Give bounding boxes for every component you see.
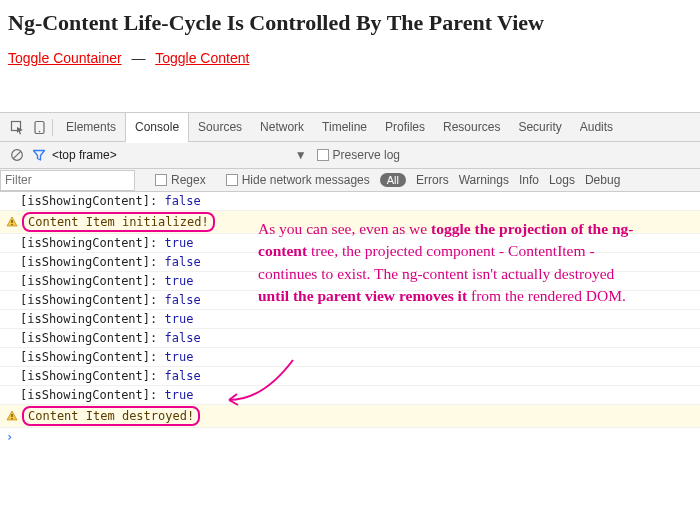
console-row: [isShowingContent]: false	[0, 329, 700, 348]
checkbox-box	[155, 174, 167, 186]
svg-point-2	[38, 130, 40, 132]
device-mode-icon[interactable]	[28, 120, 50, 135]
highlight-initialized: Content Item initialized!	[22, 212, 215, 232]
filter-input[interactable]	[0, 170, 135, 191]
console-row: [isShowingContent]: true	[0, 386, 700, 405]
console-filter-bar: Regex Hide network messages All Errors W…	[0, 169, 700, 192]
console-row: [isShowingContent]: false	[0, 192, 700, 211]
level-warnings[interactable]: Warnings	[459, 173, 509, 187]
devtools-panel: Elements Console Sources Network Timelin…	[0, 112, 700, 446]
console-row-warn: Content Item destroyed!	[0, 405, 700, 428]
divider	[52, 119, 53, 136]
regex-label: Regex	[171, 173, 206, 187]
tab-profiles[interactable]: Profiles	[376, 113, 434, 142]
console-row: [isShowingContent]: true	[0, 310, 700, 329]
warning-icon	[6, 216, 18, 228]
console-sub-toolbar: <top frame> ▼ Preserve log	[0, 142, 700, 169]
frame-select-value: <top frame>	[52, 148, 117, 162]
console-row: [isShowingContent]: true	[0, 348, 700, 367]
tab-resources[interactable]: Resources	[434, 113, 509, 142]
toggle-container-link[interactable]: Toggle Countainer	[8, 50, 122, 66]
tab-sources[interactable]: Sources	[189, 113, 251, 142]
level-info[interactable]: Info	[519, 173, 539, 187]
level-debug[interactable]: Debug	[585, 173, 620, 187]
toggle-row: Toggle Countainer — Toggle Content	[8, 50, 692, 66]
console-prompt[interactable]: ›	[0, 428, 700, 446]
hide-network-checkbox[interactable]: Hide network messages	[226, 173, 370, 187]
tab-elements[interactable]: Elements	[57, 113, 125, 142]
link-separator: —	[126, 50, 152, 66]
frame-select[interactable]: <top frame>	[52, 148, 207, 162]
svg-rect-8	[11, 418, 12, 419]
console-row: [isShowingContent]: false	[0, 367, 700, 386]
arrow-icon	[223, 360, 303, 410]
hide-network-label: Hide network messages	[242, 173, 370, 187]
svg-rect-7	[11, 414, 12, 417]
svg-line-4	[13, 151, 20, 158]
preserve-log-checkbox[interactable]: Preserve log	[317, 148, 400, 162]
toggle-content-link[interactable]: Toggle Content	[155, 50, 249, 66]
level-all-pill[interactable]: All	[380, 173, 406, 187]
chevron-right-icon: ›	[6, 430, 13, 444]
devtools-tab-strip: Elements Console Sources Network Timelin…	[0, 113, 700, 142]
inspect-icon[interactable]	[6, 120, 28, 135]
svg-rect-5	[11, 220, 12, 223]
handwritten-annotation: As you can see, even as we toggle the pr…	[258, 218, 638, 308]
filter-icon[interactable]	[28, 148, 50, 162]
preserve-log-label: Preserve log	[333, 148, 400, 162]
tab-security[interactable]: Security	[509, 113, 570, 142]
clear-console-icon[interactable]	[6, 148, 28, 162]
tab-audits[interactable]: Audits	[571, 113, 622, 142]
checkbox-box	[317, 149, 329, 161]
checkbox-box	[226, 174, 238, 186]
level-errors[interactable]: Errors	[416, 173, 449, 187]
highlight-destroyed: Content Item destroyed!	[22, 406, 200, 426]
tab-timeline[interactable]: Timeline	[313, 113, 376, 142]
svg-rect-6	[11, 224, 12, 225]
caret-down-icon: ▼	[295, 148, 307, 162]
tab-console[interactable]: Console	[125, 113, 189, 142]
level-logs[interactable]: Logs	[549, 173, 575, 187]
warning-icon	[6, 410, 18, 422]
regex-checkbox[interactable]: Regex	[155, 173, 206, 187]
page-title: Ng-Content Life-Cycle Is Controlled By T…	[8, 10, 692, 36]
tab-network[interactable]: Network	[251, 113, 313, 142]
